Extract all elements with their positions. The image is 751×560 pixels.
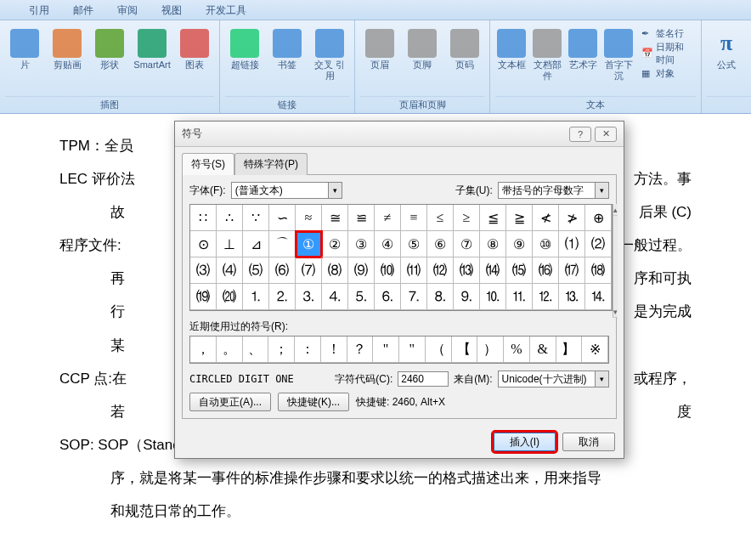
tab-references[interactable]: 引用 <box>17 0 61 20</box>
symbol-cell[interactable]: ⑨ <box>506 231 533 257</box>
symbol-cell[interactable]: ⒀ <box>454 257 480 284</box>
symbol-cell[interactable]: ⒇ <box>217 284 243 310</box>
symbol-cell[interactable]: ⒁ <box>480 257 506 284</box>
symbol-cell[interactable]: ⒈ <box>243 284 269 310</box>
from-combo[interactable]: Unicode(十六进制) ▾ <box>498 371 609 387</box>
symbol-cell[interactable]: ≤ <box>427 205 454 231</box>
symbol-cell[interactable]: ⒓ <box>533 284 559 310</box>
cancel-button[interactable]: 取消 <box>562 433 615 451</box>
symbol-cell[interactable]: ⒃ <box>533 257 559 284</box>
symbol-cell[interactable]: ≮ <box>533 205 559 231</box>
subset-combo[interactable]: 带括号的字母数字 ▾ <box>498 182 609 199</box>
symbol-cell[interactable]: ③ <box>348 231 375 257</box>
symbol-cell[interactable]: ⒑ <box>480 284 506 310</box>
symbol-cell[interactable]: ⒍ <box>375 284 401 310</box>
symbol-cell[interactable]: ⑹ <box>269 257 296 284</box>
symbol-cell[interactable]: ∴ <box>217 205 243 231</box>
recent-symbol-cell[interactable]: ； <box>268 337 295 363</box>
dropcap-button[interactable]: 首字下沉 <box>602 24 635 82</box>
tab-review[interactable]: 审阅 <box>105 0 150 20</box>
symbol-cell[interactable]: ⒔ <box>559 284 585 310</box>
symbol-cell[interactable]: ⑻ <box>322 257 348 284</box>
insert-button[interactable]: 插入(I) <box>494 433 556 451</box>
symbol-cell[interactable]: ∵ <box>243 205 269 231</box>
symbol-cell[interactable]: ⒆ <box>190 284 217 310</box>
recent-symbol-cell[interactable]: 【 <box>452 337 478 363</box>
hyperlink-button[interactable]: 超链接 <box>225 24 264 71</box>
symbol-cell[interactable]: ≈ <box>296 205 322 231</box>
close-icon[interactable]: ✕ <box>595 127 617 142</box>
chart-button[interactable]: 图表 <box>175 24 214 71</box>
clipart-button[interactable]: 剪贴画 <box>48 24 87 71</box>
signature-button[interactable]: ✒签名行 <box>641 27 692 40</box>
symbol-cell[interactable]: ≅ <box>322 205 348 231</box>
tab-mailings[interactable]: 邮件 <box>61 0 105 20</box>
recent-symbol-cell[interactable]: " <box>399 337 426 363</box>
bookmark-button[interactable]: 书签 <box>268 24 307 71</box>
tab-view[interactable]: 视图 <box>150 0 194 20</box>
symbol-cell[interactable]: ⑤ <box>401 231 427 257</box>
header-button[interactable]: 页眉 <box>360 24 399 71</box>
symbol-cell[interactable]: ≡ <box>401 205 427 231</box>
equation-button[interactable]: π公式 <box>707 24 746 71</box>
crossref-button[interactable]: 交叉 引用 <box>310 24 349 82</box>
recent-symbol-cell[interactable]: ： <box>295 337 321 363</box>
char-code-input[interactable] <box>398 371 449 387</box>
symbol-cell[interactable]: ⒂ <box>506 257 533 284</box>
symbol-cell[interactable]: ⒕ <box>585 284 612 310</box>
symbol-cell[interactable]: ⊕ <box>585 205 612 231</box>
tab-symbols[interactable]: 符号(S) <box>182 153 234 175</box>
symbol-cell[interactable]: ∷ <box>190 205 217 231</box>
tab-developer[interactable]: 开发工具 <box>194 0 258 20</box>
symbol-cell[interactable]: ⒎ <box>401 284 427 310</box>
symbol-cell[interactable]: ① <box>296 231 322 257</box>
symbol-cell[interactable]: ⑼ <box>348 257 375 284</box>
help-icon[interactable]: ? <box>569 127 591 142</box>
recent-symbol-cell[interactable]: " <box>373 337 399 363</box>
symbol-cell[interactable]: ⑴ <box>559 231 585 257</box>
recent-symbol-cell[interactable]: ） <box>477 337 504 363</box>
symbol-cell[interactable]: ≠ <box>375 205 401 231</box>
smartart-button[interactable]: SmartArt <box>133 24 172 71</box>
datetime-button[interactable]: 📅日期和时间 <box>641 41 692 66</box>
recent-symbol-cell[interactable]: （ <box>426 337 452 363</box>
recent-symbol-cell[interactable]: 、 <box>243 337 269 363</box>
symbol-cell[interactable]: ⒌ <box>348 284 375 310</box>
symbol-cell[interactable]: ⑥ <box>427 231 454 257</box>
shortcut-button[interactable]: 快捷键(K)... <box>278 393 349 411</box>
symbol-cell[interactable]: ⑩ <box>533 231 559 257</box>
symbol-cell[interactable]: ⊙ <box>190 231 217 257</box>
symbol-cell[interactable]: ⒋ <box>322 284 348 310</box>
recent-symbol-cell[interactable]: & <box>530 337 556 363</box>
scroll-up-icon[interactable]: ▴ <box>613 204 618 216</box>
symbol-cell[interactable]: ⑦ <box>454 231 480 257</box>
recent-symbol-cell[interactable]: ※ <box>582 337 608 363</box>
symbol-cell[interactable]: ⊥ <box>217 231 243 257</box>
autocorrect-button[interactable]: 自动更正(A)... <box>189 393 271 411</box>
symbol-cell[interactable]: ∽ <box>269 205 296 231</box>
font-combo[interactable]: (普通文本) ▾ <box>231 182 342 199</box>
symbol-cell[interactable]: ≦ <box>480 205 506 231</box>
dialog-titlebar[interactable]: 符号 ? ✕ <box>175 122 624 147</box>
scroll-down-icon[interactable]: ▾ <box>613 306 618 318</box>
symbol-cell[interactable]: ⒏ <box>427 284 454 310</box>
symbol-cell[interactable]: ⒊ <box>296 284 322 310</box>
quickparts-button[interactable]: 文档部件 <box>531 24 563 82</box>
pictures-button[interactable]: 片 <box>5 24 44 71</box>
symbol-cell[interactable]: ⒄ <box>559 257 585 284</box>
symbol-cell[interactable]: ⒅ <box>585 257 612 284</box>
symbol-cell[interactable]: ⒉ <box>269 284 296 310</box>
wordart-button[interactable]: 艺术字 <box>567 24 599 71</box>
symbol-cell[interactable]: ≯ <box>559 205 585 231</box>
symbol-cell[interactable]: ⑾ <box>401 257 427 284</box>
footer-button[interactable]: 页脚 <box>403 24 442 71</box>
symbol-cell[interactable]: ≥ <box>454 205 480 231</box>
recent-symbol-cell[interactable]: ！ <box>321 337 347 363</box>
symbol-cell[interactable]: ⒐ <box>454 284 480 310</box>
symbol-cell[interactable]: ④ <box>375 231 401 257</box>
symbol-cell[interactable]: ≧ <box>506 205 533 231</box>
recent-symbol-cell[interactable]: ？ <box>347 337 374 363</box>
symbol-cell[interactable]: ② <box>322 231 348 257</box>
recent-symbol-cell[interactable]: ， <box>190 337 217 363</box>
shapes-button[interactable]: 形状 <box>90 24 129 71</box>
